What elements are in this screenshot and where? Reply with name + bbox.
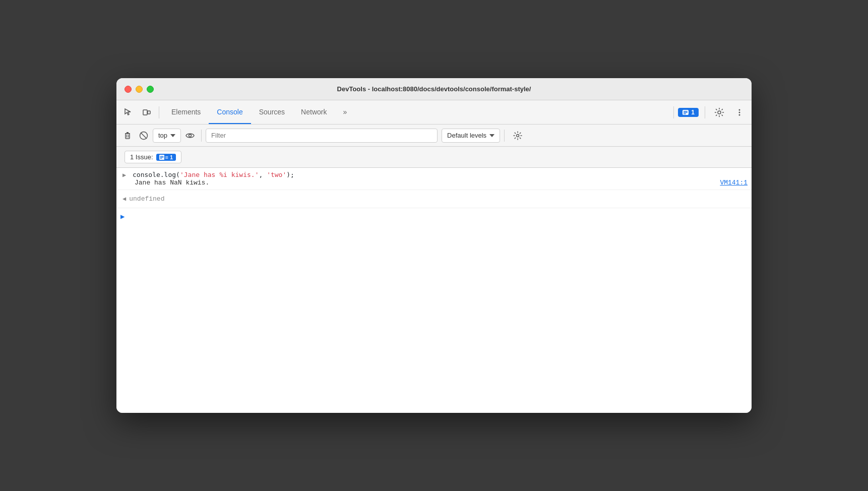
console-divider-2 xyxy=(504,130,505,142)
device-button[interactable] xyxy=(139,104,155,120)
svg-line-15 xyxy=(141,133,147,139)
main-toolbar: Elements Console Sources Network » 1 xyxy=(116,100,752,125)
svg-point-8 xyxy=(739,111,740,113)
window-title: DevTools - localhost:8080/docs/devtools/… xyxy=(337,85,531,93)
svg-rect-3 xyxy=(684,111,688,112)
svg-point-17 xyxy=(517,134,519,137)
issue-icon-badge: ≡ 1 xyxy=(156,154,176,161)
console-settings-button[interactable] xyxy=(511,129,525,143)
log-prefix: console.log( xyxy=(133,171,180,178)
issue-message-icon xyxy=(159,155,164,160)
console-source-link[interactable]: VM141:1 xyxy=(716,179,748,187)
titlebar: DevTools - localhost:8080/docs/devtools/… xyxy=(116,78,752,100)
console-output: ▶ console.log('Jane has %i kiwis.', 'two… xyxy=(116,168,752,413)
issues-badge[interactable]: 1 xyxy=(678,108,699,117)
result-arrow: ◀ xyxy=(122,195,126,203)
vertical-dots-icon xyxy=(735,108,744,117)
log-suffix: ); xyxy=(286,171,294,178)
svg-rect-20 xyxy=(160,157,163,157)
maximize-button[interactable] xyxy=(147,86,154,93)
tab-bar: Elements Console Sources Network » xyxy=(163,100,669,124)
toolbar-divider-3 xyxy=(705,106,705,118)
tab-more[interactable]: » xyxy=(335,100,355,124)
console-divider xyxy=(201,130,202,142)
clear-console-button[interactable] xyxy=(120,129,135,143)
console-toolbar: top Default levels xyxy=(116,125,752,147)
log-levels-label: Default levels xyxy=(447,132,486,139)
toolbar-divider-2 xyxy=(673,106,674,118)
tab-console[interactable]: Console xyxy=(209,100,251,124)
log-output-text: Jane has NaN kiwis. xyxy=(135,179,209,187)
context-selector[interactable]: top xyxy=(153,129,181,143)
no-filter-icon xyxy=(139,131,148,140)
toolbar-right: 1 xyxy=(678,104,748,120)
log-code-content: console.log('Jane has %i kiwis.', 'two')… xyxy=(131,171,748,179)
devtools-body: Elements Console Sources Network » 1 xyxy=(116,100,752,413)
gear-icon xyxy=(714,107,724,117)
svg-rect-21 xyxy=(160,158,162,158)
log-arg1: 'Jane has %i kiwis.' xyxy=(180,171,259,178)
levels-chevron-icon xyxy=(489,134,494,137)
context-selector-label: top xyxy=(158,132,167,139)
console-result-entry: ◀ undefined xyxy=(116,190,752,208)
issues-box[interactable]: 1 Issue: ≡ 1 xyxy=(125,151,181,163)
issues-count: 1 xyxy=(691,109,695,116)
svg-point-9 xyxy=(739,114,740,115)
console-prompt-line[interactable]: ▶ xyxy=(116,208,752,225)
console-gear-icon xyxy=(513,131,522,140)
result-undefined: undefined xyxy=(129,195,164,203)
svg-rect-5 xyxy=(684,113,686,114)
svg-point-16 xyxy=(189,134,192,137)
no-filter-button[interactable] xyxy=(137,129,151,143)
svg-rect-19 xyxy=(160,156,163,156)
filter-input[interactable] xyxy=(206,129,438,143)
minimize-button[interactable] xyxy=(136,86,143,93)
devtools-window: DevTools - localhost:8080/docs/devtools/… xyxy=(116,78,752,413)
toolbar-divider-1 xyxy=(159,106,159,118)
clear-icon xyxy=(123,132,132,140)
log-comma: , xyxy=(259,171,267,178)
svg-point-7 xyxy=(739,109,740,110)
chevron-down-icon xyxy=(170,134,175,137)
more-options-button[interactable] xyxy=(731,104,748,120)
svg-rect-1 xyxy=(148,111,150,114)
close-button[interactable] xyxy=(125,86,132,93)
console-log-entry: ▶ console.log('Jane has %i kiwis.', 'two… xyxy=(116,168,752,190)
issues-label: 1 Issue: xyxy=(130,153,153,161)
log-expand-arrow[interactable]: ▶ xyxy=(122,171,131,179)
svg-rect-4 xyxy=(684,112,688,113)
inspect-button[interactable] xyxy=(120,104,137,120)
prompt-chevron: ▶ xyxy=(120,212,125,221)
tab-network[interactable]: Network xyxy=(293,100,335,124)
svg-rect-0 xyxy=(143,110,147,115)
issue-badge-count: ≡ 1 xyxy=(165,154,173,160)
issues-badge-icon xyxy=(682,109,689,115)
device-icon xyxy=(142,108,151,117)
tab-elements[interactable]: Elements xyxy=(163,100,209,124)
log-arg2: 'two' xyxy=(267,171,286,178)
svg-point-6 xyxy=(718,111,721,114)
eye-icon xyxy=(185,132,195,139)
inspect-icon xyxy=(124,108,133,117)
issues-bar: 1 Issue: ≡ 1 xyxy=(116,147,752,168)
eye-filter-button[interactable] xyxy=(183,129,197,143)
tab-sources[interactable]: Sources xyxy=(251,100,293,124)
svg-rect-11 xyxy=(126,134,130,139)
log-levels-selector[interactable]: Default levels xyxy=(442,129,500,143)
traffic-lights xyxy=(125,86,154,93)
settings-button[interactable] xyxy=(711,104,727,120)
